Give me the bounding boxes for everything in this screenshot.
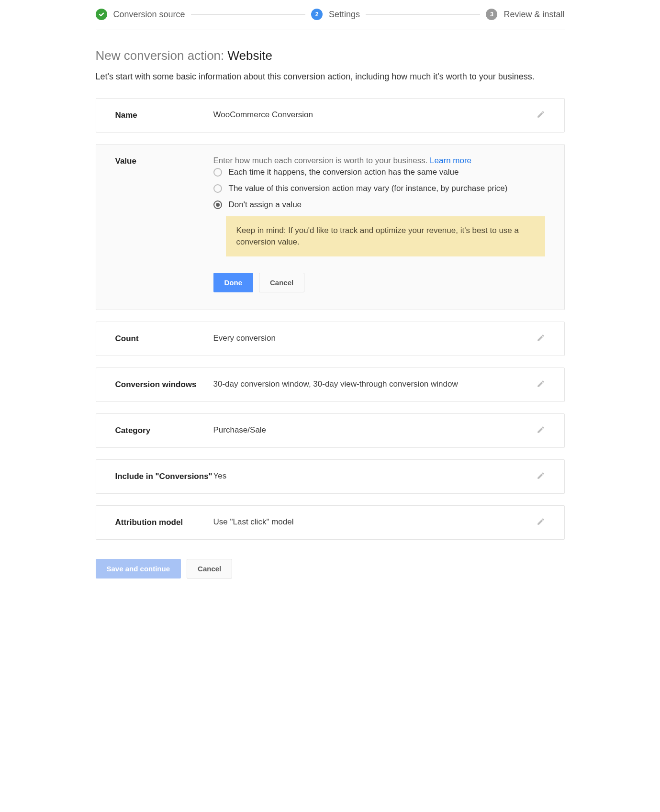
cancel-button[interactable]: Cancel <box>259 273 304 292</box>
connector <box>366 14 480 15</box>
radio-label: The value of this conversion action may … <box>229 184 508 193</box>
name-value: WooCommerce Conversion <box>213 110 531 120</box>
pencil-icon[interactable] <box>531 379 545 390</box>
name-label: Name <box>115 110 213 121</box>
radio-same-value[interactable]: Each time it happens, the conversion act… <box>213 167 545 177</box>
radio-varying-value[interactable]: The value of this conversion action may … <box>213 184 545 193</box>
radio-icon[interactable] <box>213 200 222 209</box>
card-name: Name WooCommerce Conversion <box>96 98 565 133</box>
radio-no-value[interactable]: Don't assign a value <box>213 200 545 210</box>
connector <box>191 14 305 15</box>
step-number-icon: 2 <box>311 9 323 20</box>
step-review-install[interactable]: 3 Review & install <box>486 9 564 20</box>
done-button[interactable]: Done <box>213 273 254 292</box>
pencil-icon[interactable] <box>531 517 545 528</box>
page-title: New conversion action: Website <box>96 48 565 63</box>
cancel-button[interactable]: Cancel <box>187 559 232 578</box>
card-value: Value Enter how much each conversion is … <box>96 144 565 310</box>
step-number-icon: 3 <box>486 9 497 20</box>
step-label: Review & install <box>503 10 564 20</box>
page-subtitle: Let's start with some basic information … <box>96 72 565 82</box>
stepper-nav: Conversion source 2 Settings 3 Review & … <box>96 0 565 30</box>
radio-label: Each time it happens, the conversion act… <box>229 167 459 177</box>
pencil-icon[interactable] <box>531 471 545 482</box>
value-label: Value <box>115 156 213 167</box>
radio-label: Don't assign a value <box>229 200 302 210</box>
step-conversion-source[interactable]: Conversion source <box>96 9 185 20</box>
card-attribution-model: Attribution model Use "Last click" model <box>96 505 565 540</box>
attribution-label: Attribution model <box>115 517 213 528</box>
include-value: Yes <box>213 471 531 481</box>
title-subject: Website <box>228 48 272 63</box>
card-count: Count Every conversion <box>96 322 565 356</box>
radio-icon[interactable] <box>213 184 222 193</box>
pencil-icon[interactable] <box>531 425 545 436</box>
card-category: Category Purchase/Sale <box>96 413 565 448</box>
count-value: Every conversion <box>213 334 531 343</box>
card-include-conversions: Include in "Conversions" Yes <box>96 459 565 494</box>
count-label: Count <box>115 334 213 344</box>
warning-box: Keep in mind: If you'd like to track and… <box>226 216 545 256</box>
attribution-value: Use "Last click" model <box>213 517 531 527</box>
step-label: Settings <box>329 10 360 20</box>
category-label: Category <box>115 425 213 436</box>
footer-actions: Save and continue Cancel <box>96 559 565 578</box>
title-prefix: New conversion action: <box>96 48 228 63</box>
windows-label: Conversion windows <box>115 379 213 390</box>
pencil-icon[interactable] <box>531 334 545 344</box>
save-and-continue-button[interactable]: Save and continue <box>96 559 181 578</box>
check-circle-icon <box>96 9 107 20</box>
windows-value: 30-day conversion window, 30-day view-th… <box>213 379 531 389</box>
value-intro: Enter how much each conversion is worth … <box>213 156 472 165</box>
step-label: Conversion source <box>113 10 185 20</box>
step-settings[interactable]: 2 Settings <box>311 9 360 20</box>
pencil-icon[interactable] <box>531 110 545 121</box>
learn-more-link[interactable]: Learn more <box>430 156 471 165</box>
radio-icon[interactable] <box>213 168 222 177</box>
card-conversion-windows: Conversion windows 30-day conversion win… <box>96 367 565 402</box>
include-label: Include in "Conversions" <box>115 471 213 482</box>
category-value: Purchase/Sale <box>213 425 531 435</box>
